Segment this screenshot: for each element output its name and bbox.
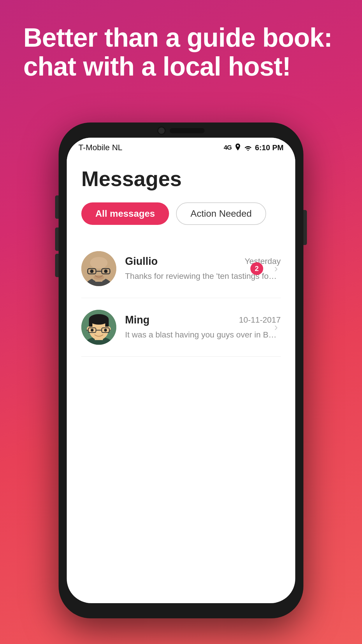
- phone-screen: T-Mobile NL 4G 6:10 PM Message: [67, 138, 295, 603]
- camera-dot: [157, 127, 166, 135]
- chevron-icon-giullio: ›: [274, 262, 278, 275]
- page-title: Messages: [81, 167, 281, 191]
- sender-name-ming: Ming: [125, 314, 150, 326]
- wifi-icon: [244, 144, 252, 151]
- svg-rect-20: [89, 319, 92, 327]
- svg-point-5: [86, 267, 91, 273]
- svg-point-22: [87, 326, 91, 332]
- speaker-grille: [170, 128, 205, 133]
- svg-point-4: [90, 257, 108, 269]
- phone-shell: T-Mobile NL 4G 6:10 PM Message: [59, 123, 303, 618]
- svg-point-14: [94, 275, 104, 280]
- svg-rect-21: [105, 319, 109, 327]
- svg-point-13: [104, 270, 108, 273]
- tab-action-needed[interactable]: Action Needed: [176, 202, 266, 225]
- message-header-ming: Ming 10-11-2017: [125, 314, 281, 326]
- sender-name-giullio: Giullio: [125, 255, 158, 267]
- avatar-ming: [81, 310, 116, 345]
- location-icon: [235, 144, 241, 152]
- phone-top-bar: [157, 127, 205, 135]
- unread-badge-giullio: 2: [250, 262, 263, 275]
- message-list: Giullio Yesterday Thanks for reviewing t…: [81, 239, 281, 357]
- time-label: 6:10 PM: [255, 143, 284, 152]
- message-item-giullio[interactable]: Giullio Yesterday Thanks for reviewing t…: [81, 239, 281, 298]
- svg-point-30: [104, 329, 107, 332]
- message-preview-ming: It was a blast having you guys over in B…: [125, 329, 281, 340]
- status-icons: 4G 6:10 PM: [224, 143, 284, 152]
- status-bar: T-Mobile NL 4G 6:10 PM: [67, 138, 295, 155]
- svg-point-12: [90, 270, 94, 273]
- chevron-icon-ming: ›: [274, 321, 278, 333]
- headline-text: Better than a guide book: chat with a lo…: [23, 23, 339, 81]
- svg-point-6: [107, 267, 111, 273]
- svg-point-23: [107, 326, 111, 332]
- tab-all-messages[interactable]: All messages: [81, 202, 169, 225]
- avatar-giullio: [81, 251, 116, 286]
- carrier-label: T-Mobile NL: [78, 143, 122, 152]
- svg-point-29: [91, 329, 94, 332]
- network-icon: 4G: [224, 144, 231, 151]
- phone-mockup: T-Mobile NL 4G 6:10 PM Message: [59, 123, 303, 618]
- message-info-ming: Ming 10-11-2017 It was a blast having yo…: [125, 314, 281, 340]
- message-item-ming[interactable]: Ming 10-11-2017 It was a blast having yo…: [81, 298, 281, 357]
- filter-tabs: All messages Action Needed: [81, 202, 281, 225]
- app-content: Messages All messages Action Needed: [67, 155, 295, 357]
